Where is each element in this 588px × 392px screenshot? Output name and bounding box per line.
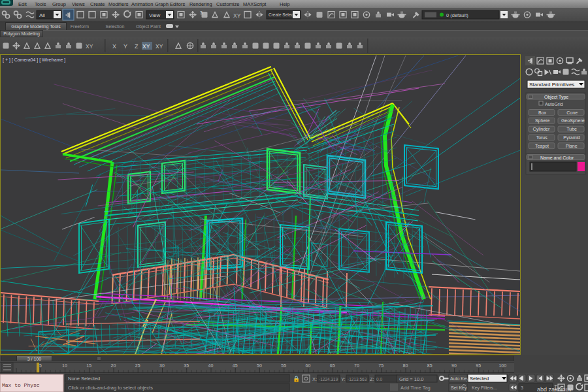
svg-text:0.0: 0.0 (376, 377, 382, 382)
svg-text:Click or click-and-drag to sel: Click or click-and-drag to select object… (68, 385, 153, 391)
svg-text:Cylinder: Cylinder (533, 127, 550, 132)
svg-text:Pyramid: Pyramid (563, 135, 580, 140)
svg-text:-1213.563: -1213.563 (348, 377, 367, 382)
svg-text:Standard Primitives: Standard Primitives (529, 82, 574, 88)
svg-text:60: 60 (306, 363, 311, 368)
svg-text:None Selected: None Selected (68, 376, 100, 382)
svg-text:55: 55 (281, 363, 286, 368)
svg-text:Max to Physc: Max to Physc (2, 382, 40, 388)
svg-text:XY: XY (142, 43, 150, 50)
svg-text:Key Filters...: Key Filters... (472, 385, 497, 391)
svg-text:AutoGrid: AutoGrid (545, 102, 563, 106)
svg-text:10: 10 (62, 363, 67, 368)
svg-text:Cone: Cone (566, 110, 578, 115)
svg-text:15: 15 (86, 363, 91, 368)
svg-text:Box: Box (538, 110, 547, 115)
svg-text:Object Type: Object Type (544, 95, 568, 100)
svg-text:Set Key: Set Key (451, 385, 467, 391)
svg-text:75: 75 (378, 363, 384, 368)
svg-text:XY: XY (155, 43, 163, 50)
svg-text:85: 85 (427, 363, 433, 368)
svg-text:70: 70 (354, 363, 359, 368)
svg-text:95: 95 (476, 363, 481, 368)
svg-text:Y:: Y: (341, 376, 346, 382)
svg-text:Selected: Selected (470, 376, 489, 382)
svg-text:All: All (39, 12, 45, 18)
svg-text:5: 5 (39, 363, 42, 368)
svg-text:Create Selecti: Create Selecti (269, 12, 295, 17)
svg-text:🔒: 🔒 (293, 375, 301, 383)
svg-text:3: 3 (200, 10, 203, 15)
svg-text:Z:: Z: (370, 376, 374, 382)
svg-text:100: 100 (498, 363, 506, 368)
svg-text:65: 65 (330, 363, 335, 368)
svg-text:25: 25 (135, 363, 140, 368)
svg-text:-: - (530, 95, 531, 99)
svg-text:View: View (149, 12, 160, 18)
svg-text:Name and Color: Name and Color (540, 155, 574, 160)
svg-text:abd zakhinuv: abd zakhinuv (537, 386, 572, 392)
svg-text:XY: XY (233, 12, 241, 19)
svg-text:50: 50 (257, 363, 262, 368)
svg-text:Z: Z (135, 43, 139, 50)
svg-text:80: 80 (403, 363, 408, 368)
svg-text:XY: XY (86, 43, 93, 50)
svg-text:Auto Key: Auto Key (450, 376, 469, 382)
svg-text:Add Time Tag: Add Time Tag (400, 385, 431, 391)
svg-text:Tube: Tube (566, 127, 577, 131)
svg-text:-1224.319: -1224.319 (319, 377, 338, 382)
svg-text:90: 90 (451, 363, 457, 368)
svg-text:Sphere: Sphere (535, 118, 550, 123)
svg-text:3: 3 (521, 385, 523, 390)
svg-text:20: 20 (111, 363, 116, 368)
svg-text:Plane: Plane (566, 144, 578, 148)
svg-text:X: X (112, 43, 116, 50)
svg-text:Y: Y (123, 43, 127, 50)
svg-text:Torus: Torus (536, 135, 548, 140)
svg-text:35: 35 (184, 363, 189, 368)
svg-text:X:: X: (312, 376, 317, 382)
svg-text:45: 45 (233, 363, 238, 368)
svg-text:GeoSphere: GeoSphere (561, 118, 585, 123)
svg-text:30: 30 (159, 363, 165, 368)
svg-text:0 (default): 0 (default) (446, 12, 468, 18)
svg-text:Teapot: Teapot (535, 144, 549, 149)
svg-text:40: 40 (208, 363, 214, 368)
svg-text:Grid = 10.0: Grid = 10.0 (399, 376, 423, 382)
